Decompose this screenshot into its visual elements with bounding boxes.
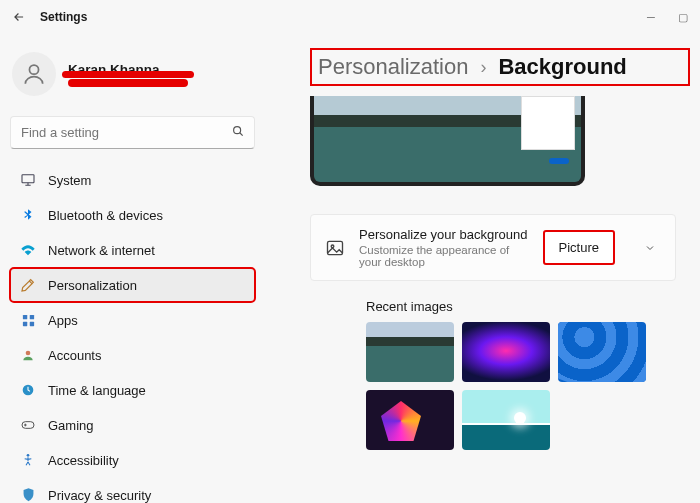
image-icon	[325, 238, 345, 258]
sidebar-item-system[interactable]: System	[10, 163, 255, 197]
desktop-preview	[310, 96, 585, 186]
breadcrumb-current: Background	[498, 54, 626, 80]
accessibility-icon	[20, 452, 36, 468]
svg-point-0	[29, 65, 38, 74]
nav-label: System	[48, 173, 91, 188]
recent-image-thumb[interactable]	[462, 390, 550, 450]
privacy-icon	[20, 487, 36, 503]
sidebar-item-bluetooth[interactable]: Bluetooth & devices	[10, 198, 255, 232]
network-icon	[20, 242, 36, 258]
sidebar-item-personalization[interactable]: Personalization	[10, 268, 255, 302]
back-button[interactable]	[10, 8, 28, 26]
recent-image-thumb[interactable]	[462, 322, 550, 382]
nav-label: Time & language	[48, 383, 146, 398]
nav-label: Accounts	[48, 348, 101, 363]
user-email-redacted	[68, 79, 188, 87]
nav-label: Apps	[48, 313, 78, 328]
svg-rect-2	[22, 175, 34, 183]
nav-label: Accessibility	[48, 453, 119, 468]
chevron-right-icon: ›	[480, 57, 486, 78]
sidebar: Karan Khanna System Bluetooth & devices	[0, 34, 265, 503]
nav-label: Privacy & security	[48, 488, 151, 503]
recent-image-thumb[interactable]	[366, 322, 454, 382]
svg-point-7	[26, 351, 31, 356]
sidebar-item-privacy[interactable]: Privacy & security	[10, 478, 255, 503]
nav-list: System Bluetooth & devices Network & int…	[10, 163, 255, 503]
search-input[interactable]	[10, 116, 255, 149]
preview-taskbar-accent	[549, 158, 569, 164]
recent-images-section: Recent images	[366, 299, 690, 450]
recent-images-label: Recent images	[366, 299, 690, 314]
apps-icon	[20, 312, 36, 328]
background-type-dropdown[interactable]: Picture	[543, 230, 615, 265]
svg-point-1	[234, 127, 241, 134]
breadcrumb: Personalization › Background	[310, 48, 690, 86]
avatar	[12, 52, 56, 96]
user-block[interactable]: Karan Khanna	[12, 52, 255, 96]
nav-label: Bluetooth & devices	[48, 208, 163, 223]
preview-window-overlay	[521, 96, 575, 150]
time-icon	[20, 382, 36, 398]
svg-rect-3	[22, 314, 26, 318]
titlebar: Settings ─ ▢	[0, 0, 700, 34]
search-icon	[231, 124, 245, 138]
accounts-icon	[20, 347, 36, 363]
svg-rect-6	[29, 321, 33, 325]
nav-label: Network & internet	[48, 243, 155, 258]
recent-image-thumb[interactable]	[366, 390, 454, 450]
system-icon	[20, 172, 36, 188]
svg-rect-4	[29, 314, 33, 318]
bluetooth-icon	[20, 207, 36, 223]
svg-rect-5	[22, 321, 26, 325]
recent-image-thumb[interactable]	[558, 322, 646, 382]
minimize-button[interactable]: ─	[644, 11, 658, 24]
chevron-down-icon[interactable]	[639, 233, 661, 263]
svg-rect-11	[328, 241, 343, 254]
recent-images-grid	[366, 322, 690, 450]
maximize-button[interactable]: ▢	[676, 11, 690, 24]
sidebar-item-accessibility[interactable]: Accessibility	[10, 443, 255, 477]
nav-label: Personalization	[48, 278, 137, 293]
nav-label: Gaming	[48, 418, 94, 433]
main-content: Personalization › Background Personalize…	[265, 34, 700, 503]
breadcrumb-parent[interactable]: Personalization	[318, 54, 468, 80]
svg-point-10	[27, 454, 30, 457]
svg-rect-9	[22, 422, 34, 429]
sidebar-item-gaming[interactable]: Gaming	[10, 408, 255, 442]
window-title: Settings	[40, 10, 87, 24]
personalization-icon	[20, 277, 36, 293]
sidebar-item-time[interactable]: Time & language	[10, 373, 255, 407]
card-title: Personalize your background	[359, 227, 529, 242]
card-subtitle: Customize the appearance of your desktop	[359, 244, 529, 268]
sidebar-item-accounts[interactable]: Accounts	[10, 338, 255, 372]
sidebar-item-network[interactable]: Network & internet	[10, 233, 255, 267]
personalize-background-card: Personalize your background Customize th…	[310, 214, 676, 281]
sidebar-item-apps[interactable]: Apps	[10, 303, 255, 337]
gaming-icon	[20, 417, 36, 433]
